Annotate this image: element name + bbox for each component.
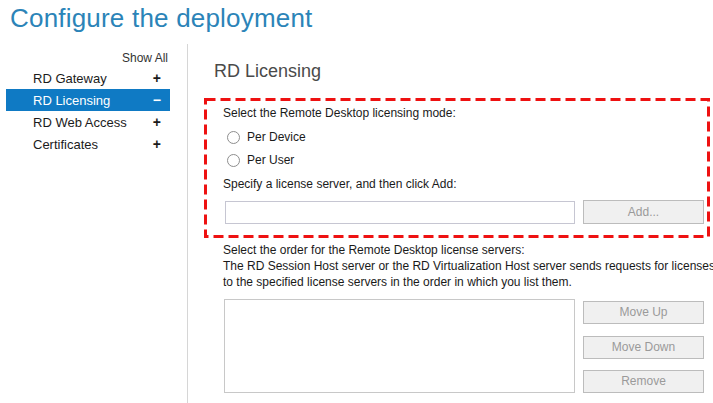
page-title: Configure the deployment bbox=[10, 3, 313, 34]
remove-button[interactable]: Remove bbox=[583, 370, 704, 393]
sidebar: RD Gateway + RD Licensing − RD Web Acces… bbox=[6, 67, 170, 155]
sidebar-item-rd-web-access[interactable]: RD Web Access + bbox=[6, 111, 170, 133]
section-heading: RD Licensing bbox=[214, 61, 321, 82]
show-all-toggle[interactable]: Show All bbox=[70, 51, 168, 65]
sidebar-item-label: RD Licensing bbox=[33, 93, 110, 108]
license-server-label: Specify a license server, and then click… bbox=[223, 176, 456, 192]
sidebar-item-label: RD Gateway bbox=[33, 71, 107, 86]
expand-plus-icon: + bbox=[153, 136, 161, 152]
per-device-option[interactable]: Per Device bbox=[227, 130, 306, 144]
configure-deployment-dialog: Configure the deployment Show All RD Gat… bbox=[0, 0, 713, 403]
licensing-mode-label: Select the Remote Desktop licensing mode… bbox=[223, 105, 456, 121]
add-button[interactable]: Add... bbox=[583, 200, 704, 224]
move-down-button[interactable]: Move Down bbox=[583, 336, 704, 359]
move-up-button[interactable]: Move Up bbox=[583, 301, 704, 324]
collapse-minus-icon: − bbox=[153, 92, 161, 108]
per-user-radio[interactable] bbox=[227, 154, 240, 167]
server-order-description: The RD Session Host server or the RD Vir… bbox=[223, 258, 713, 290]
expand-plus-icon: + bbox=[153, 114, 161, 130]
server-order-label: Select the order for the Remote Desktop … bbox=[223, 242, 524, 258]
sidebar-item-certificates[interactable]: Certificates + bbox=[6, 133, 170, 155]
license-server-input[interactable] bbox=[225, 201, 575, 224]
sidebar-item-label: RD Web Access bbox=[33, 115, 127, 130]
per-device-radio[interactable] bbox=[227, 131, 240, 144]
sidebar-item-rd-licensing[interactable]: RD Licensing − bbox=[6, 89, 170, 111]
vertical-divider bbox=[187, 44, 188, 403]
per-user-label: Per User bbox=[247, 153, 294, 167]
sidebar-item-label: Certificates bbox=[33, 137, 98, 152]
per-device-label: Per Device bbox=[247, 130, 306, 144]
sidebar-item-rd-gateway[interactable]: RD Gateway + bbox=[6, 67, 170, 89]
per-user-option[interactable]: Per User bbox=[227, 153, 294, 167]
license-server-listbox[interactable] bbox=[224, 299, 575, 393]
expand-plus-icon: + bbox=[153, 70, 161, 86]
